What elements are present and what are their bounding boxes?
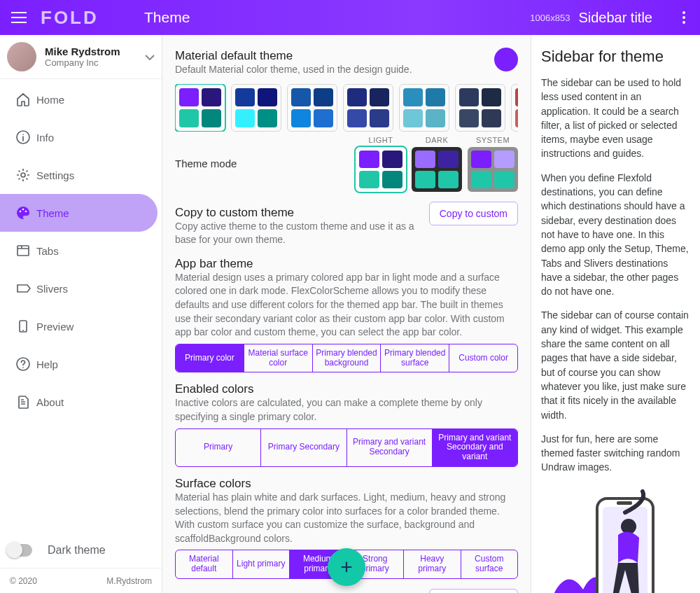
theme-mode-label: Theme mode (175, 158, 237, 169)
copy-desc: Copy active theme to the custom theme an… (175, 220, 421, 247)
nav-item-help[interactable]: Help (0, 345, 158, 383)
switch-icon[interactable] (7, 544, 32, 557)
illustration (541, 484, 690, 593)
mode-dark-label: DARK (412, 136, 462, 144)
sidebar-heading: Sidebar for theme (541, 48, 690, 66)
seg-surface-opt-1[interactable]: Light primary (233, 550, 290, 578)
theme-color-preview (494, 48, 518, 71)
svg-point-5 (20, 211, 22, 213)
svg-point-7 (25, 211, 27, 213)
nav-label: Info (36, 132, 54, 144)
appbar-desc: Material design uses a primary colored a… (175, 271, 518, 340)
surface-title: Surface colors (175, 477, 518, 491)
preview-icon (15, 319, 36, 334)
footer: © 2020 M.Rydstrom (0, 568, 162, 593)
settings-icon (15, 167, 36, 183)
surface-desc: Material has plain white and dark surfac… (175, 491, 518, 545)
mode-light[interactable] (356, 147, 406, 192)
tabs-icon (15, 243, 36, 258)
seg-appbar-opt-1[interactable]: Material surface color (244, 344, 313, 372)
user-menu[interactable]: Mike Rydstrom Company Inc (0, 35, 162, 79)
nav-item-info[interactable]: Info (0, 118, 158, 156)
user-company: Company Inc (45, 57, 120, 68)
palette-1[interactable] (231, 84, 281, 132)
theme-palettes (175, 84, 518, 132)
footer-author: M.Rydstrom (106, 576, 152, 586)
sidebar-title: Sidebar title (578, 10, 652, 26)
page-title: Theme (144, 9, 190, 26)
palette-0[interactable] (175, 84, 225, 132)
nav-item-preview[interactable]: Preview (0, 307, 158, 345)
nav-item-about[interactable]: About (0, 383, 158, 421)
svg-point-15 (621, 519, 636, 534)
copy-to-custom-button[interactable]: Copy to custom (429, 202, 518, 225)
seg-surface-opt-4[interactable]: Heavy primary (404, 550, 461, 578)
seg-appbar-opt-3[interactable]: Primary blended surface (381, 344, 449, 372)
nav-label: Settings (36, 169, 74, 181)
nav-label: Theme (36, 207, 69, 219)
palette-2[interactable] (287, 84, 337, 132)
nav-label: Preview (36, 321, 74, 333)
mode-light-label: LIGHT (356, 136, 406, 144)
nav-item-home[interactable]: Home (0, 81, 158, 118)
chevron-down-icon (145, 50, 155, 63)
menu-icon[interactable] (6, 4, 32, 31)
palette-4[interactable] (399, 84, 449, 132)
app-logo: FOLD (41, 7, 144, 29)
seg-enabled-opt-3[interactable]: Primary and variant Secondary and varian… (433, 429, 517, 466)
nav-item-theme[interactable]: Theme (0, 194, 158, 232)
user-name: Mike Rydstrom (45, 46, 120, 57)
top-bar: FOLD Theme 1006x853 Sidebar title (0, 0, 700, 35)
enabled-desc: Inactive colors are calculated, you can … (175, 396, 518, 424)
svg-rect-14 (617, 501, 632, 505)
nav-label: Home (36, 94, 64, 106)
theme-icon (15, 205, 36, 221)
seg-enabled-opt-2[interactable]: Primary and variant Secondary (347, 429, 433, 466)
fab-add[interactable]: + (328, 548, 365, 586)
mode-dark[interactable] (412, 147, 462, 192)
seg-enabled-opt-0[interactable]: Primary (176, 429, 261, 466)
seg-enabled-opt-1[interactable]: Primary Secondary (261, 429, 346, 466)
mode-system[interactable] (468, 147, 518, 192)
svg-point-1 (682, 16, 685, 19)
seg-appbar-opt-0[interactable]: Primary color (176, 344, 244, 372)
nav-item-settings[interactable]: Settings (0, 156, 158, 194)
nav-label: Tabs (36, 245, 59, 257)
dark-theme-label: Dark theme (48, 544, 106, 557)
palette-5[interactable] (455, 84, 505, 132)
theme-desc: Default Material color theme, used in th… (175, 63, 412, 77)
copy-title: Copy to custom theme (175, 206, 421, 220)
svg-point-0 (682, 11, 685, 14)
right-sidebar: Sidebar for theme The sidebar can be use… (531, 35, 700, 593)
nav-item-tabs[interactable]: Tabs (0, 232, 158, 270)
svg-point-10 (22, 330, 24, 331)
about-icon (15, 394, 36, 410)
sidebar-p2: When you define Flexfold destinations, y… (541, 171, 690, 299)
palette-3[interactable] (343, 84, 393, 132)
svg-point-4 (21, 173, 25, 177)
seg-surface-opt-5[interactable]: Custom surface (461, 550, 518, 578)
appbar-segmented: Primary colorMaterial surface colorPrima… (175, 344, 518, 373)
theme-name: Material default theme (175, 49, 412, 63)
nav-label: Help (36, 358, 58, 370)
copy-surface-button[interactable]: Copy to custom (429, 589, 518, 593)
more-icon[interactable] (673, 11, 694, 24)
mode-system-label: SYSTEM (468, 136, 518, 144)
enabled-segmented: PrimaryPrimary SecondaryPrimary and vari… (175, 428, 518, 467)
sidebar-p4: Just for fun, here are some themed faste… (541, 432, 690, 475)
seg-appbar-opt-4[interactable]: Custom color (449, 344, 517, 372)
slivers-icon (15, 281, 36, 296)
seg-appbar-opt-2[interactable]: Primary blended background (313, 344, 382, 372)
seg-surface-opt-0[interactable]: Material default (176, 550, 233, 578)
palette-6[interactable] (511, 84, 518, 132)
enabled-title: Enabled colors (175, 382, 518, 396)
svg-point-6 (22, 209, 24, 211)
svg-point-2 (682, 21, 685, 24)
dark-theme-toggle[interactable]: Dark theme (0, 533, 162, 568)
sidebar-p1: The sidebar can be used to hold less use… (541, 76, 690, 161)
home-icon (15, 92, 36, 107)
footer-copyright: © 2020 (10, 576, 37, 586)
nav-item-slivers[interactable]: Slivers (0, 270, 158, 307)
appbar-title: App bar theme (175, 257, 518, 271)
avatar (7, 42, 36, 71)
